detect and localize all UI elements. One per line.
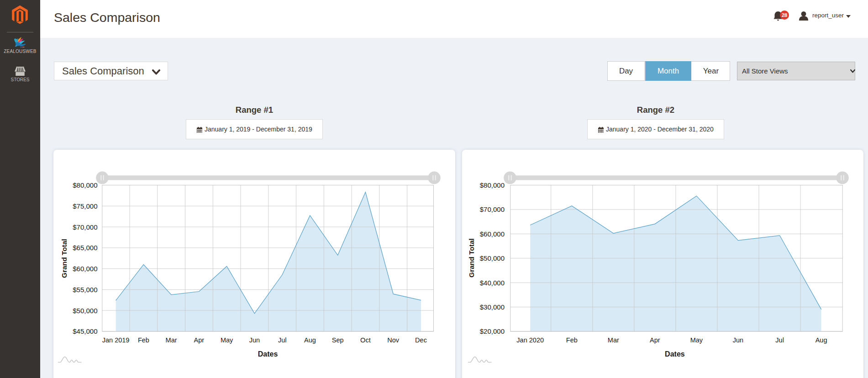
svg-text:28: 28 <box>782 12 787 18</box>
